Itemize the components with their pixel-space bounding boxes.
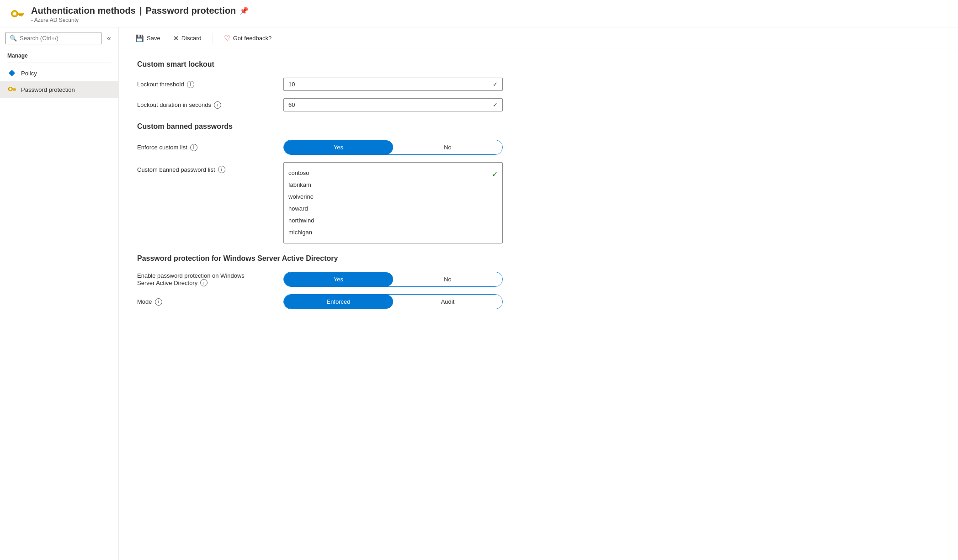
sidebar-search-row: 🔍 « [0, 27, 118, 49]
manage-section-label: Manage [0, 49, 118, 61]
lockout-threshold-check-icon: ✓ [493, 81, 498, 88]
banned-password-list-label: Custom banned password list i [137, 162, 283, 173]
windows-section-title: Password protection for Windows Server A… [137, 254, 940, 263]
policy-label: Policy [21, 70, 37, 77]
banned-passwords-section: Custom banned passwords [137, 122, 940, 131]
lockout-duration-label: Lockout duration in seconds i [137, 101, 283, 109]
banned-item-5: michigan [288, 227, 498, 238]
mode-info-icon[interactable]: i [155, 298, 162, 306]
enable-windows-label-line1: Enable password protection on Windows [137, 272, 245, 279]
search-box[interactable]: 🔍 [5, 32, 101, 44]
page-title: Authentication methods | Password protec… [31, 5, 249, 16]
sidebar-divider [7, 63, 111, 63]
lockout-duration-row: Lockout duration in seconds i 60 ✓ [137, 98, 940, 111]
banned-item-1: fabrikam [288, 179, 498, 191]
discard-icon: ✕ [173, 35, 179, 42]
svg-point-1 [13, 12, 16, 15]
key-sidebar-icon [7, 85, 16, 94]
banned-passwords-title: Custom banned passwords [137, 122, 940, 131]
banned-item-3: howard [288, 203, 498, 215]
sidebar-item-password-protection[interactable]: Password protection [0, 81, 118, 98]
lockout-threshold-value: 10 [288, 81, 295, 88]
sidebar: 🔍 « Manage Policy [0, 27, 119, 560]
discard-button[interactable]: ✕ Discard [168, 32, 207, 45]
banned-password-list-textarea[interactable]: ✓ contoso fabrikam wolverine howard nort… [283, 162, 503, 243]
title-separator: | [139, 5, 142, 16]
discard-label: Discard [181, 35, 202, 42]
policy-icon [7, 69, 16, 78]
save-icon: 💾 [135, 34, 144, 42]
pin-icon[interactable]: 📌 [240, 6, 249, 15]
feedback-button[interactable]: ♡ Got feedback? [218, 31, 277, 45]
mode-row: Mode i Enforced Audit [137, 294, 940, 309]
lockout-duration-check-icon: ✓ [493, 101, 498, 108]
collapse-sidebar-button[interactable]: « [105, 32, 113, 44]
enforce-custom-list-label: Enforce custom list i [137, 144, 283, 151]
search-input[interactable] [20, 35, 97, 42]
enable-windows-info-icon[interactable]: i [200, 279, 208, 286]
enable-windows-label-line2: Server Active Directory [137, 280, 197, 286]
main-content: Custom smart lockout Lockout threshold i… [119, 49, 958, 560]
banned-password-list-row: Custom banned password list i ✓ contoso … [137, 162, 940, 243]
svg-point-7 [9, 88, 11, 90]
windows-section: Password protection for Windows Server A… [137, 254, 940, 263]
svg-rect-9 [15, 90, 16, 91]
app-container: Authentication methods | Password protec… [0, 0, 958, 560]
svg-rect-10 [13, 90, 14, 90]
svg-rect-4 [19, 14, 21, 16]
password-protection-label: Password protection [21, 86, 75, 93]
enable-no-option[interactable]: No [393, 272, 502, 286]
search-icon: 🔍 [10, 35, 17, 42]
header-title-group: Authentication methods | Password protec… [31, 5, 249, 23]
enforce-custom-list-toggle[interactable]: Yes No [283, 140, 503, 155]
lockout-threshold-row: Lockout threshold i 10 ✓ [137, 78, 940, 91]
banned-item-2: wolverine [288, 191, 498, 203]
mode-toggle[interactable]: Enforced Audit [283, 294, 503, 309]
mode-audit-option[interactable]: Audit [393, 295, 502, 309]
key-icon [9, 6, 26, 23]
banned-list-check-icon: ✓ [492, 167, 498, 182]
enable-windows-row: Enable password protection on Windows Se… [137, 272, 940, 287]
lockout-threshold-label: Lockout threshold i [137, 81, 283, 88]
banned-password-list-info-icon[interactable]: i [218, 166, 225, 173]
enable-yes-option[interactable]: Yes [284, 272, 393, 286]
mode-enforced-option[interactable]: Enforced [284, 295, 393, 309]
lockout-duration-input[interactable]: 60 ✓ [283, 98, 503, 111]
mode-label: Mode i [137, 298, 283, 306]
svg-rect-8 [12, 89, 16, 90]
enforce-yes-option[interactable]: Yes [284, 140, 393, 154]
save-button[interactable]: 💾 Save [130, 32, 166, 45]
save-label: Save [147, 35, 160, 42]
toolbar: 💾 Save ✕ Discard ♡ Got feedback? [119, 27, 958, 49]
title-part2: Password protection [146, 5, 236, 16]
lockout-threshold-input[interactable]: 10 ✓ [283, 78, 503, 91]
svg-rect-3 [21, 14, 22, 16]
lockout-duration-info-icon[interactable]: i [214, 101, 221, 109]
banned-item-0: contoso [288, 167, 498, 179]
title-part1: Authentication methods [31, 5, 136, 16]
smart-lockout-title: Custom smart lockout [137, 60, 940, 69]
header-subtitle: - Azure AD Security [31, 17, 249, 23]
body-container: 🔍 « Manage Policy [0, 27, 958, 560]
svg-rect-5 [9, 70, 15, 76]
toolbar-divider [213, 33, 213, 44]
svg-rect-2 [17, 13, 24, 14]
lockout-threshold-info-icon[interactable]: i [187, 81, 194, 88]
enable-windows-label: Enable password protection on Windows Se… [137, 272, 283, 286]
enable-windows-toggle[interactable]: Yes No [283, 272, 503, 287]
banned-item-4: northwind [288, 215, 498, 227]
header: Authentication methods | Password protec… [0, 0, 958, 27]
sidebar-item-policy[interactable]: Policy [0, 65, 118, 81]
enforce-custom-list-info-icon[interactable]: i [190, 144, 197, 151]
enforce-custom-list-row: Enforce custom list i Yes No [137, 140, 940, 155]
lockout-duration-value: 60 [288, 101, 295, 108]
feedback-icon: ♡ [224, 34, 230, 42]
enforce-no-option[interactable]: No [393, 140, 502, 154]
feedback-label: Got feedback? [233, 35, 272, 42]
